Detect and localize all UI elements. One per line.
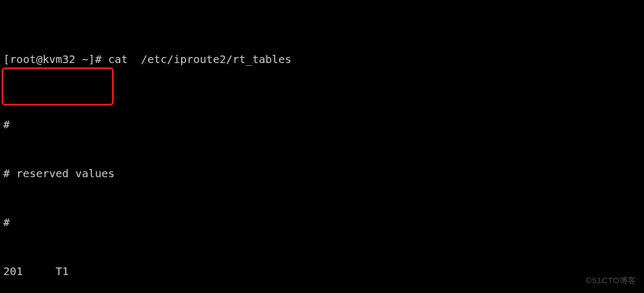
prompt-line: [root@kvm32 ~]# cat /etc/iproute2/rt_tab… [3, 51, 641, 67]
command-sep [128, 53, 141, 66]
prompt-symbol: # [95, 53, 102, 66]
output-line: # [3, 214, 641, 230]
command-bin: cat [108, 53, 128, 66]
prompt-host: kvm32 [42, 53, 75, 66]
command-text [102, 53, 108, 66]
prompt-user: root [10, 53, 36, 66]
output-line: 201 T1 [3, 263, 641, 279]
command-arg: /etc/iproute2/rt_tables [141, 53, 292, 66]
terminal[interactable]: [root@kvm32 ~]# cat /etc/iproute2/rt_tab… [0, 0, 644, 293]
output-line: # [3, 116, 641, 133]
prompt-open: [ [3, 53, 10, 66]
prompt-at: @ [36, 53, 42, 66]
watermark: ©51CTO博客 [586, 272, 636, 289]
prompt-space [75, 53, 82, 66]
prompt-close: ] [89, 53, 95, 66]
prompt-cwd: ~ [82, 53, 89, 66]
output-line: # reserved values [3, 165, 641, 182]
